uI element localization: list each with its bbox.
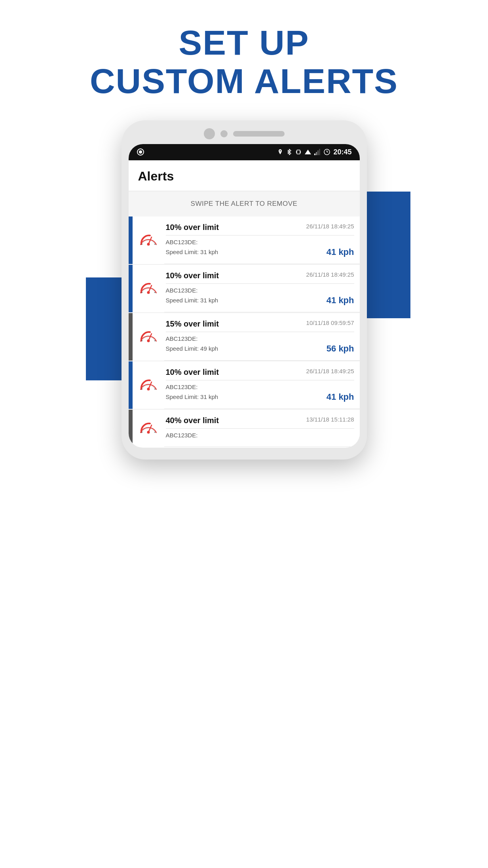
location-icon: [277, 149, 283, 155]
phone-frame: 20:45 Alerts SWIPE THE ALERT TO REMOVE: [122, 120, 367, 460]
alert-speed-value: 41 kph: [327, 295, 354, 306]
app-header-title: Alerts: [138, 169, 350, 184]
status-left: [137, 148, 144, 156]
alert-icon-wrapper: [133, 361, 164, 409]
status-icons: 20:45: [277, 148, 351, 156]
speedometer-icon: [138, 230, 159, 251]
alert-speed-limit: Speed Limit: 31 kph: [166, 249, 218, 255]
phone-speaker: [233, 131, 285, 137]
alert-bottom-row: Speed Limit: 31 kph 41 kph: [166, 295, 354, 306]
svg-rect-2: [297, 150, 300, 154]
page-title: SET UP CUSTOM ALERTS: [90, 24, 398, 101]
alert-speed-value: 56 kph: [327, 344, 354, 354]
phone-hardware-bar: [129, 128, 360, 139]
alert-title: 10% over limit: [166, 271, 219, 280]
phone-screen: 20:45 Alerts SWIPE THE ALERT TO REMOVE: [129, 144, 360, 448]
alert-timestamp: 26/11/18 18:49:25: [306, 271, 354, 278]
alert-icon-wrapper: [133, 217, 164, 264]
alert-timestamp: 26/11/18 18:49:25: [306, 368, 354, 374]
svg-rect-8: [317, 150, 319, 155]
alert-speed-limit: Speed Limit: 31 kph: [166, 297, 218, 304]
alert-content: 10% over limit 26/11/18 18:49:25 ABC123D…: [164, 361, 360, 409]
alert-side-bar: [129, 410, 133, 447]
svg-point-26: [147, 387, 150, 390]
alert-speed-limit: Speed Limit: 31 kph: [166, 393, 218, 400]
alert-side-bar: [129, 313, 133, 361]
alert-speed-limit: Speed Limit: 49 kph: [166, 345, 218, 352]
status-bar: 20:45: [129, 144, 360, 160]
vibrate-icon: [295, 149, 302, 155]
alert-title: 15% over limit: [166, 319, 219, 329]
svg-rect-6: [314, 154, 315, 155]
phone-dot: [220, 130, 228, 137]
alert-bottom-row: Speed Limit: 49 kph 56 kph: [166, 344, 354, 354]
alerts-list: 10% over limit 26/11/18 18:49:25 ABC123D…: [129, 217, 360, 447]
alert-item[interactable]: 40% over limit 13/11/18 15:11:28 ABC123D…: [129, 410, 360, 447]
alert-vehicle: ABC123DE:: [166, 239, 354, 245]
alert-item[interactable]: 10% over limit 26/11/18 18:49:25 ABC123D…: [129, 361, 360, 409]
alert-vehicle: ABC123DE:: [166, 287, 354, 294]
alert-divider: [166, 235, 354, 236]
alert-content: 40% over limit 13/11/18 15:11:28 ABC123D…: [164, 410, 360, 447]
wifi-icon: [305, 149, 311, 155]
svg-rect-3: [296, 151, 296, 153]
alert-title: 40% over limit: [166, 416, 219, 425]
phone-mockup: 20:45 Alerts SWIPE THE ALERT TO REMOVE: [110, 120, 379, 460]
alert-divider: [166, 380, 354, 380]
alert-divider: [166, 283, 354, 284]
alert-timestamp: 10/11/18 09:59:57: [306, 319, 354, 326]
clock-icon: [324, 149, 330, 155]
svg-point-14: [147, 243, 150, 245]
speedometer-icon: [138, 375, 159, 395]
alert-side-bar: [129, 361, 133, 409]
alert-vehicle: ABC123DE:: [166, 384, 354, 390]
alert-title: 10% over limit: [166, 368, 219, 377]
alert-top-row: 10% over limit 26/11/18 18:49:25: [166, 223, 354, 232]
alert-speed-value: 41 kph: [327, 392, 354, 402]
alert-speed-value: 41 kph: [327, 247, 354, 257]
svg-rect-4: [300, 151, 301, 153]
alert-side-bar: [129, 217, 133, 264]
record-icon: [137, 148, 144, 156]
alert-item[interactable]: 10% over limit 26/11/18 18:49:25 ABC123D…: [129, 217, 360, 264]
alert-top-row: 40% over limit 13/11/18 15:11:28: [166, 416, 354, 425]
alert-top-row: 10% over limit 26/11/18 18:49:25: [166, 271, 354, 280]
alert-timestamp: 26/11/18 18:49:25: [306, 223, 354, 230]
speedometer-icon: [138, 418, 159, 439]
svg-marker-5: [305, 150, 311, 154]
alert-item[interactable]: 10% over limit 26/11/18 18:49:25 ABC123D…: [129, 265, 360, 312]
status-time: 20:45: [333, 148, 351, 156]
alert-timestamp: 13/11/18 15:11:28: [306, 416, 354, 423]
alert-top-row: 10% over limit 26/11/18 18:49:25: [166, 368, 354, 377]
alert-side-bar: [129, 265, 133, 312]
alert-icon-wrapper: [133, 313, 164, 361]
speedometer-icon: [138, 278, 159, 299]
svg-rect-7: [316, 152, 317, 155]
phone-camera: [204, 128, 215, 139]
signal-icon: [314, 149, 321, 155]
speedometer-icon: [138, 327, 159, 347]
alert-vehicle: ABC123DE:: [166, 335, 354, 342]
app-header: Alerts: [129, 160, 360, 191]
svg-point-22: [147, 339, 150, 342]
alert-bottom-row: Speed Limit: 31 kph 41 kph: [166, 247, 354, 257]
alert-vehicle: ABC123DE:: [166, 432, 354, 439]
svg-rect-9: [319, 149, 320, 155]
alert-content: 10% over limit 26/11/18 18:49:25 ABC123D…: [164, 265, 360, 312]
alert-top-row: 15% over limit 10/11/18 09:59:57: [166, 319, 354, 329]
alert-icon-wrapper: [133, 410, 164, 447]
svg-point-18: [147, 291, 150, 294]
alert-content: 15% over limit 10/11/18 09:59:57 ABC123D…: [164, 313, 360, 361]
alert-bottom-row: Speed Limit: 31 kph 41 kph: [166, 392, 354, 402]
bluetooth-icon: [287, 149, 292, 155]
svg-point-30: [147, 431, 150, 433]
alert-divider: [166, 428, 354, 429]
swipe-hint: SWIPE THE ALERT TO REMOVE: [129, 191, 360, 217]
alert-title: 10% over limit: [166, 223, 219, 232]
alert-content: 10% over limit 26/11/18 18:49:25 ABC123D…: [164, 217, 360, 264]
svg-point-1: [139, 150, 142, 154]
alert-icon-wrapper: [133, 265, 164, 312]
alert-item[interactable]: 15% over limit 10/11/18 09:59:57 ABC123D…: [129, 313, 360, 361]
alert-divider: [166, 332, 354, 332]
